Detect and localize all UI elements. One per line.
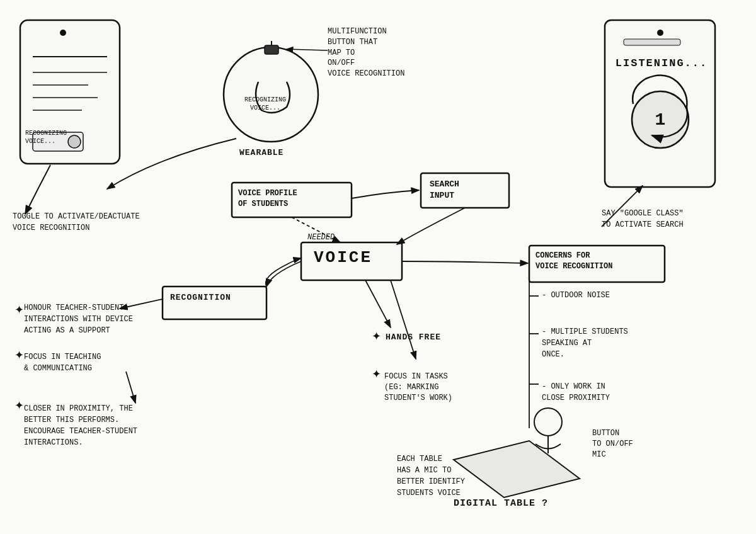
- svg-text:✦: ✦: [14, 304, 24, 316]
- svg-point-9: [224, 47, 318, 142]
- focus-teaching-label: FOCUS IN TEACHING & COMMUNICATING: [24, 351, 101, 374]
- sketch-svg: 1: [0, 0, 756, 534]
- needed-label: NEEDED: [307, 233, 335, 243]
- svg-point-27: [534, 408, 562, 436]
- digital-table-label: DIGITAL TABLE ?: [454, 497, 548, 510]
- phone-left-label: RECOGNIZING VOICE...: [25, 129, 67, 145]
- canvas: 1: [0, 0, 756, 534]
- only-work-label: - ONLY WORK IN CLOSE PROXIMITY: [542, 381, 610, 404]
- svg-rect-12: [605, 20, 715, 187]
- search-input-label: SEARCH INPUT: [430, 179, 459, 202]
- svg-text:✦: ✦: [14, 349, 24, 361]
- say-google-label: SAY "GOOGLE CLASS" TO ACTIVATE SEARCH: [602, 208, 684, 230]
- svg-text:✦: ✦: [372, 330, 381, 343]
- recognition-label: RECOGNITION: [170, 293, 231, 304]
- wearable-label: RECOGNIZING VOICE...: [244, 96, 286, 112]
- svg-text:1: 1: [655, 110, 666, 130]
- closer-label: CLOSER IN PROXIMITY, THE BETTER THIS PER…: [24, 403, 137, 448]
- svg-rect-14: [624, 39, 680, 45]
- svg-text:✦: ✦: [372, 368, 381, 380]
- wearable-caption: WEARABLE: [239, 148, 284, 159]
- focus-tasks-label: FOCUS IN TASKS (EG: MARKING STUDENT'S WO…: [384, 372, 452, 403]
- hands-free-label: HANDS FREE: [386, 332, 441, 343]
- svg-point-8: [68, 135, 81, 148]
- button-mic-label: BUTTON TO ON/OFF MIC: [592, 428, 633, 460]
- each-table-label: EACH TABLE HAS A MIC TO BETTER IDENTIFY …: [397, 453, 465, 499]
- voice-profile-label: VOICE PROFILE OF STUDENTS: [238, 188, 297, 210]
- listening-label: LISTENING...: [611, 57, 712, 71]
- outdoor-noise-label: - OUTDOOR NOISE: [542, 291, 610, 301]
- concerns-label: CONCERNS FOR VOICE RECOGNITION: [536, 251, 612, 272]
- multiple-students-label: - MULTIPLE STUDENTS SPEAKING AT ONCE.: [542, 326, 628, 360]
- voice-center-label: VOICE: [314, 247, 372, 269]
- toggle-label: TOGGLE TO ACTIVATE/DEACTUATE VOICE RECOG…: [13, 211, 140, 234]
- svg-point-15: [632, 91, 689, 148]
- svg-rect-10: [265, 45, 278, 54]
- honour-label: HONOUR TEACHER-STUDENT INTERACTIONS WITH…: [24, 302, 133, 336]
- multifunction-label: MULTIFUNCTION BUTTON THAT MAP TO ON/OFF …: [328, 26, 404, 79]
- svg-text:✦: ✦: [14, 399, 24, 412]
- svg-point-13: [657, 30, 663, 36]
- svg-point-1: [60, 30, 66, 36]
